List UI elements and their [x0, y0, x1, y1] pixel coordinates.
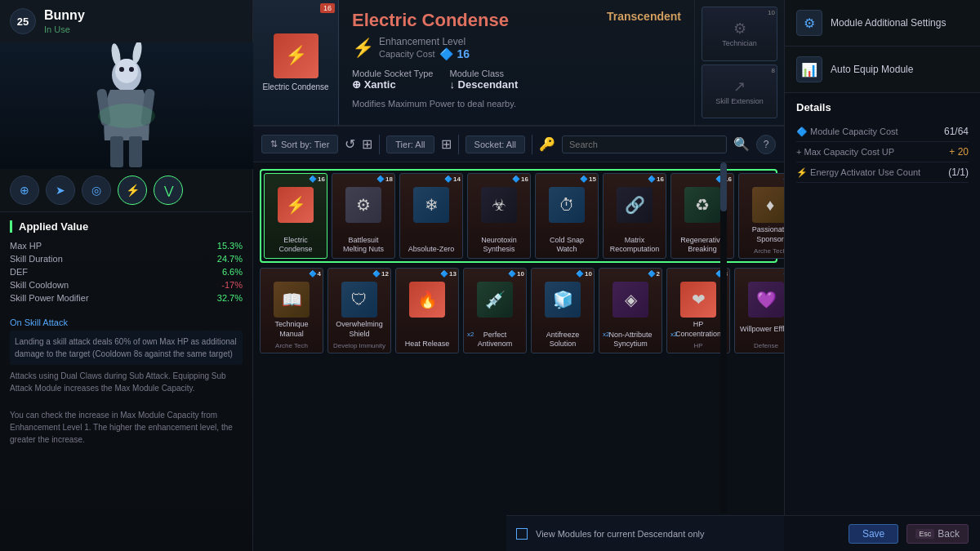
mod-card-badge: 🔷10 — [508, 270, 524, 278]
skill-icon-4[interactable]: ⚡ — [118, 176, 147, 205]
save-button[interactable]: Save — [849, 524, 898, 544]
mod-card-name: Heat Release — [405, 340, 450, 349]
character-silhouette — [74, 42, 180, 169]
mod-card-icon: 💉 — [477, 282, 513, 318]
mod-card-icon: ⚡ — [278, 187, 314, 223]
module-card[interactable]: 🔷16 ⚡ Electric Condense — [264, 173, 327, 259]
module-detail-top: 16 ⚡ Electric Condense Electric Condense… — [253, 0, 784, 127]
search-icon: 🔑 — [539, 136, 555, 152]
filter-icon-2[interactable]: ⊞ — [441, 136, 452, 152]
slot-module-card[interactable]: ↗Skill Extension8 — [702, 64, 777, 119]
module-card[interactable]: 🔷15 ⏱ Cold Snap Watch — [535, 173, 599, 259]
svg-point-10 — [98, 104, 155, 128]
mod-multi-badge: x2 — [670, 331, 677, 338]
module-card[interactable]: 🔷14 ❄ Absolute-Zero — [399, 173, 463, 259]
module-card[interactable]: 🔷10 💉 x2 Perfect Antivenom — [463, 268, 527, 353]
settings-icon: ⚙ — [796, 10, 822, 36]
mod-card-tag: Arche Tech — [275, 342, 308, 349]
slot-tier: 8 — [772, 67, 775, 74]
equip-label: Auto Equip Module — [831, 64, 913, 75]
mod-card-icon: ❤ — [680, 282, 716, 318]
details-list: 🔷 Module Capacity Cost61/64+ Max Capacit… — [796, 122, 969, 183]
module-card[interactable]: 🔷12 🛡 Overwhelming Shield Develop Immuni… — [327, 268, 391, 353]
center-panel: 16 ⚡ Electric Condense Electric Condense… — [253, 0, 784, 551]
mod-card-icon: 💜 — [748, 282, 784, 318]
back-label: Back — [938, 528, 960, 540]
socket-filter-button[interactable]: Socket: All — [466, 136, 525, 153]
mod-card-name: Perfect Antivenom — [467, 331, 523, 349]
module-card[interactable]: 🔷18 ⚙ Battlesuit Melting Nuts — [332, 173, 395, 259]
module-card[interactable]: 🔷10 🧊 Antifreeze Solution — [531, 268, 595, 353]
module-card[interactable]: 🔷13 🔥 Heat Release — [395, 268, 459, 353]
search-input[interactable] — [562, 136, 727, 153]
socket-type-label: Module Socket Type — [352, 69, 433, 78]
svg-rect-3 — [110, 136, 123, 167]
refresh-icon[interactable]: ↺ — [345, 136, 355, 152]
character-name: Bunny — [44, 8, 85, 23]
stat-value: -17% — [221, 280, 243, 290]
mod-card-name: Absolute-Zero — [408, 245, 455, 255]
mod-card-icon: ⏱ — [549, 187, 585, 223]
module-card[interactable]: 🔷16 🔗 Matrix Recomputation — [603, 173, 666, 259]
capacity-val: 🔷 16 — [439, 47, 469, 60]
mod-card-icon: ☣ — [481, 187, 517, 223]
module-card[interactable]: 🔷12 ♦ Passionate Sponsor Arche Tech — [738, 173, 784, 259]
module-settings-button[interactable]: ⚙ Module Additional Settings — [785, 0, 980, 47]
mod-card-name: Battlesuit Melting Nuts — [336, 236, 391, 255]
scrollbar-track[interactable] — [720, 162, 727, 513]
scrollbar-thumb[interactable] — [720, 162, 727, 211]
esc-key: Esc — [915, 529, 934, 539]
equip-icon: 📊 — [796, 56, 822, 82]
tier-filter-button[interactable]: Tier: All — [386, 136, 434, 153]
search-icon-btn[interactable]: 🔍 — [733, 136, 750, 152]
mod-card-name: Neurotoxin Synthesis — [471, 236, 527, 255]
module-card[interactable]: 🔷2 💜 Willpower Efflux Defense — [734, 268, 784, 353]
slot-module-card[interactable]: ⚙Technician10 — [702, 7, 777, 61]
view-checkbox-label: View Modules for current Descendant only — [536, 529, 704, 539]
mod-card-icon: 📖 — [274, 282, 310, 318]
svg-point-7 — [115, 59, 138, 83]
slot-name: Technician — [722, 39, 757, 47]
skill-icon-3[interactable]: ◎ — [82, 176, 111, 205]
module-card[interactable]: 🔷2 ◈ x2 Non-Attribute Syncytium — [599, 268, 662, 353]
module-bottom-row: Module Socket Type ⊕ Xantic Module Class… — [352, 69, 681, 91]
mod-card-icon: 🛡 — [341, 282, 377, 318]
enhancement-row: ⚡ Enhancement Level Capacity Cost 🔷 16 — [352, 36, 681, 60]
stat-row: Skill Power Modifier32.7% — [10, 291, 243, 304]
mod-card-name: Electric Condense — [268, 236, 323, 255]
stat-label: Skill Power Modifier — [10, 293, 89, 303]
applied-value-section: Applied Value Max HP15.3%Skill Duration2… — [0, 212, 252, 313]
back-button[interactable]: Esc Back — [906, 524, 969, 544]
filter-icon[interactable]: ⊞ — [362, 136, 372, 152]
mod-card-name: Passionate Sponsor — [742, 225, 784, 244]
sort-button[interactable]: ⇅ Sort by: Tier — [261, 135, 338, 153]
stat-label: Skill Duration — [10, 254, 63, 264]
skill-icon-1[interactable]: ⊕ — [10, 176, 39, 205]
character-status: In Use — [44, 24, 85, 34]
module-tier-label: Transcendent — [607, 10, 681, 23]
mod-card-tag: Defense — [754, 342, 778, 349]
mod-card-name: Matrix Recomputation — [607, 236, 662, 255]
slot-name: Skill Extension — [715, 97, 764, 105]
character-skills: ⊕ ➤ ◎ ⚡ ⋁ — [0, 169, 252, 212]
module-icon-large: ⚡ — [274, 33, 318, 78]
sort-icon: ⇅ — [270, 139, 278, 149]
help-button[interactable]: ? — [756, 135, 776, 154]
module-card[interactable]: 🔷16 ☣ Neurotoxin Synthesis — [467, 173, 531, 259]
module-card[interactable]: 🔷4 📖 Technique Manual Arche Tech — [260, 268, 323, 353]
stat-row: Max HP15.3% — [10, 239, 243, 252]
module-slots-right: ⚙Technician10↗Skill Extension8 — [694, 0, 784, 125]
desc-text3: You can check the increase in Max Module… — [10, 409, 243, 446]
mod-card-name: Willpower Efflux — [740, 325, 784, 335]
module-name-card: Electric Condense — [262, 82, 328, 92]
auto-equip-button[interactable]: 📊 Auto Equip Module — [785, 47, 980, 93]
view-checkbox[interactable] — [516, 528, 528, 540]
detail-value: (1/1) — [948, 167, 969, 178]
mod-card-name: Non-Attribute Syncytium — [603, 331, 658, 349]
skill-icon-2[interactable]: ➤ — [46, 176, 75, 205]
mod-card-name: Cold Snap Watch — [539, 236, 595, 255]
skill-icon-5[interactable]: ⋁ — [154, 176, 183, 205]
stat-value: 6.6% — [222, 267, 243, 277]
detail-row: ⚡ Energy Activator Use Count(1/1) — [796, 162, 969, 183]
detail-label: + Max Capacity Cost UP — [796, 147, 894, 157]
